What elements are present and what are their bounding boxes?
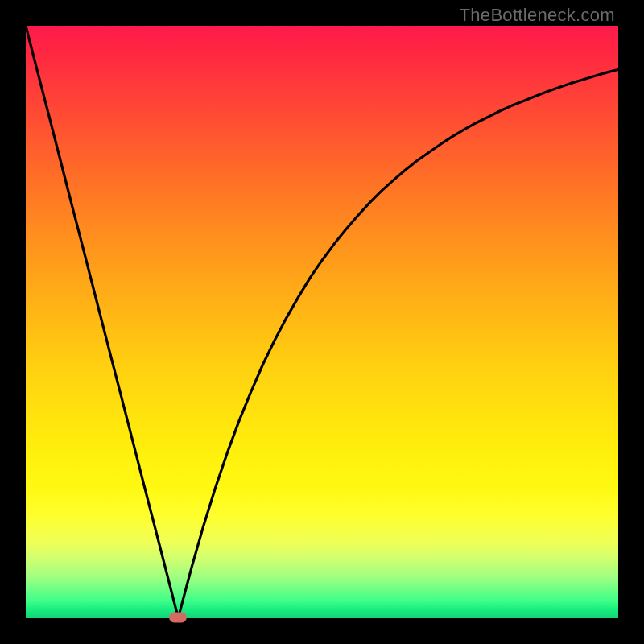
bottleneck-curve	[26, 26, 618, 618]
chart-frame: TheBottleneck.com	[0, 0, 644, 644]
plot-area	[26, 26, 618, 618]
watermark-text: TheBottleneck.com	[460, 5, 615, 26]
minimum-marker	[169, 612, 187, 622]
